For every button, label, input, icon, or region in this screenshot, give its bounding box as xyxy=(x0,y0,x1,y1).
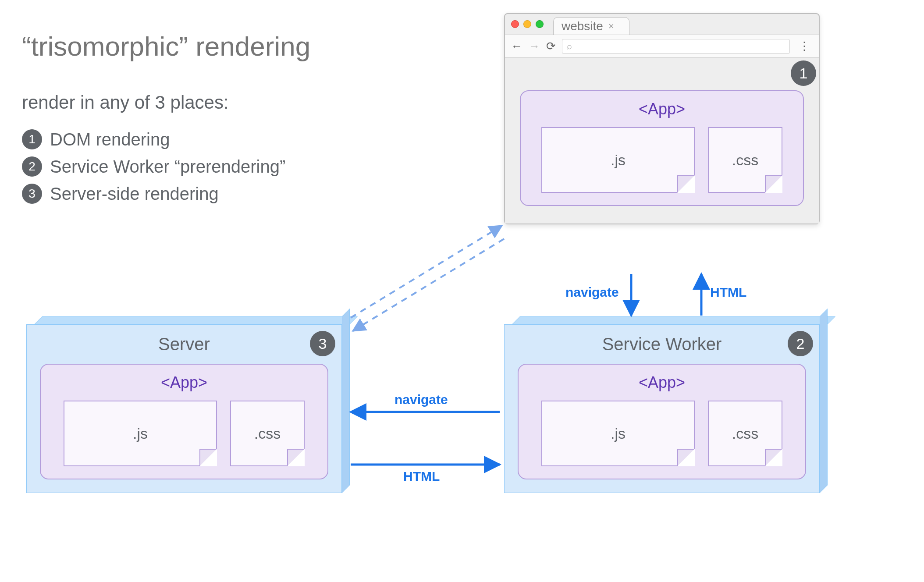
file-label: .js xyxy=(133,425,148,442)
panel-depth-top xyxy=(34,316,358,324)
app-card-server: <App> .js .css xyxy=(40,364,328,479)
browser-tabbar: website × xyxy=(505,14,819,35)
search-icon: ⌕ xyxy=(567,41,572,51)
browser-window: website × ← → ⟳ ⌕ ⋮ 1 <App> .js .css xyxy=(504,13,820,224)
arrow-dashed-down-icon xyxy=(353,239,504,331)
app-card-service-worker: <App> .js .css xyxy=(518,364,806,479)
fold-corner-icon xyxy=(287,449,305,466)
badge-server: 3 xyxy=(310,331,335,356)
list-text: Service Worker “prerendering” xyxy=(50,157,285,177)
tab-label: website xyxy=(562,19,603,33)
diagram-title: “trisomorphic” rendering xyxy=(22,31,310,62)
file-label: .css xyxy=(254,425,281,442)
menu-icon: ⋮ xyxy=(796,39,813,53)
badge-browser: 1 xyxy=(791,60,816,86)
app-label: <App> xyxy=(531,373,793,392)
file-js: .js xyxy=(64,401,217,466)
fold-corner-icon xyxy=(677,175,695,193)
arrow-label-navigate-left: navigate xyxy=(394,392,448,407)
file-label: .css xyxy=(732,425,758,442)
list-badge-3: 3 xyxy=(22,184,42,204)
badge-service-worker: 2 xyxy=(788,331,813,356)
app-label: <App> xyxy=(53,373,315,392)
service-worker-panel: 2 Service Worker <App> .js .css xyxy=(504,324,820,493)
fold-corner-icon xyxy=(765,175,782,193)
file-css: .css xyxy=(708,401,782,466)
list-badge-1: 1 xyxy=(22,129,42,149)
service-worker-title: Service Worker xyxy=(518,334,806,354)
file-js: .js xyxy=(541,127,695,193)
panel-depth-top xyxy=(512,316,835,324)
app-card-browser: <App> .js .css xyxy=(520,90,804,206)
file-label: .js xyxy=(611,425,625,442)
back-icon: ← xyxy=(511,39,522,53)
file-css: .css xyxy=(230,401,305,466)
url-bar: ⌕ xyxy=(562,39,790,54)
list-item: 1 DOM rendering xyxy=(22,129,285,149)
minimize-icon xyxy=(523,20,531,28)
window-controls xyxy=(511,20,544,28)
server-title: Server xyxy=(40,334,328,354)
list-item: 2 Service Worker “prerendering” xyxy=(22,156,285,177)
file-js: .js xyxy=(541,401,695,466)
file-label: .css xyxy=(732,152,758,169)
list-badge-2: 2 xyxy=(22,156,42,177)
server-panel: 3 Server <App> .js .css xyxy=(26,324,342,493)
close-tab-icon: × xyxy=(608,21,614,32)
diagram-subtitle: render in any of 3 places: xyxy=(22,92,229,113)
browser-tab: website × xyxy=(553,17,629,35)
maximize-icon xyxy=(536,20,544,28)
reload-icon: ⟳ xyxy=(546,39,556,53)
fold-corner-icon xyxy=(765,449,782,466)
forward-icon: → xyxy=(529,39,540,53)
app-label: <App> xyxy=(533,100,791,118)
file-label: .js xyxy=(611,152,625,169)
close-icon xyxy=(511,20,519,28)
arrow-label-html-up: HTML xyxy=(710,285,746,300)
places-list: 1 DOM rendering 2 Service Worker “preren… xyxy=(22,129,285,211)
list-text: Server-side rendering xyxy=(50,184,219,204)
arrow-dashed-up-icon xyxy=(351,226,502,318)
browser-viewport: 1 <App> .js .css xyxy=(505,58,819,224)
file-css: .css xyxy=(708,127,782,193)
panel-depth-right xyxy=(820,309,828,493)
fold-corner-icon xyxy=(677,449,695,466)
arrow-label-html-right: HTML xyxy=(403,469,440,484)
fold-corner-icon xyxy=(199,449,217,466)
arrow-label-navigate-down: navigate xyxy=(565,285,619,300)
browser-toolbar: ← → ⟳ ⌕ ⋮ xyxy=(505,35,819,58)
list-item: 3 Server-side rendering xyxy=(22,184,285,204)
panel-depth-right xyxy=(342,309,350,493)
list-text: DOM rendering xyxy=(50,130,170,149)
